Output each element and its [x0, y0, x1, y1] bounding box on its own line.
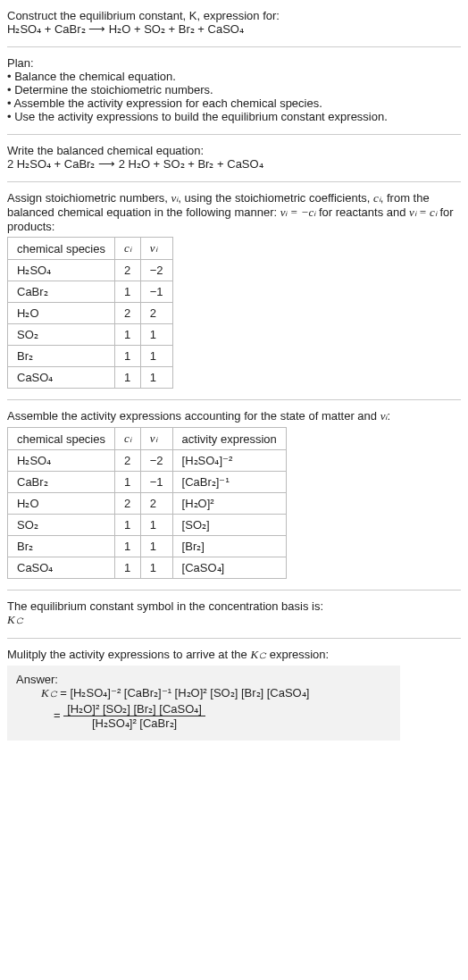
table-header-row: chemical species cᵢ νᵢ activity expressi… — [8, 428, 287, 450]
assign-block: Assign stoichiometric numbers, νᵢ, using… — [7, 188, 461, 398]
table-row: CaSO₄11 — [8, 367, 173, 389]
assemble-block: Assemble the activity expressions accoun… — [7, 406, 461, 588]
divider — [7, 590, 461, 591]
kc-symbol: K𝚌 — [41, 686, 57, 699]
cell: [SO₂] — [172, 515, 286, 536]
col-nu: νᵢ — [140, 428, 172, 450]
balanced-block: Write the balanced chemical equation: 2 … — [7, 140, 461, 180]
multiply-part: Mulitply the activity expressions to arr… — [7, 648, 250, 661]
cell: CaBr₂ — [8, 472, 115, 493]
equals: = — [54, 708, 63, 722]
cell: 1 — [140, 324, 172, 346]
cell: 1 — [140, 515, 172, 536]
answer-line2: = [H₂O]² [SO₂] [Br₂] [CaSO₄] [H₂SO₄]² [C… — [16, 702, 391, 730]
assemble-part: Assemble the activity expressions accoun… — [7, 409, 380, 423]
cell: 2 — [115, 260, 141, 281]
cell: [CaBr₂]⁻¹ — [172, 472, 286, 493]
plan-item: • Determine the stoichiometric numbers. — [7, 83, 461, 96]
table-header-row: chemical species cᵢ νᵢ — [8, 238, 173, 260]
intro-line: Construct the equilibrium constant, K, e… — [7, 9, 461, 22]
divider — [7, 134, 461, 135]
cell: 1 — [115, 367, 141, 389]
cell: 1 — [115, 324, 141, 346]
cell: [H₂O]² — [172, 493, 286, 515]
cell: 1 — [115, 515, 141, 536]
assemble-part: : — [387, 409, 390, 423]
table-row: CaBr₂1−1[CaBr₂]⁻¹ — [8, 472, 287, 493]
kc-symbol: K𝚌 — [250, 648, 266, 661]
cell: SO₂ — [8, 324, 115, 346]
cell: 1 — [140, 346, 172, 367]
balanced-title: Write the balanced chemical equation: — [7, 144, 461, 157]
table-row: H₂O22 — [8, 303, 173, 324]
answer-box: Answer: K𝚌 = [H₂SO₄]⁻² [CaBr₂]⁻¹ [H₂O]² … — [7, 666, 400, 741]
cell: 1 — [140, 557, 172, 579]
multiply-block: Mulitply the activity expressions to arr… — [7, 644, 461, 750]
answer-line1: K𝚌 = [H₂SO₄]⁻² [CaBr₂]⁻¹ [H₂O]² [SO₂] [B… — [16, 686, 391, 700]
cell: 1 — [140, 367, 172, 389]
assemble-text: Assemble the activity expressions accoun… — [7, 409, 461, 423]
divider — [7, 181, 461, 182]
cell: H₂O — [8, 303, 115, 324]
table-row: SO₂11[SO₂] — [8, 515, 287, 536]
fraction: [H₂O]² [SO₂] [Br₂] [CaSO₄] [H₂SO₄]² [CaB… — [63, 702, 205, 730]
col-ci: cᵢ — [115, 238, 141, 260]
cell: SO₂ — [8, 515, 115, 536]
multiply-part: expression: — [266, 648, 329, 661]
assign-part: , using the stoichiometric coefficients, — [178, 191, 373, 205]
plan-item: • Use the activity expressions to build … — [7, 110, 461, 123]
cell: −1 — [140, 281, 172, 303]
table-row: Br₂11[Br₂] — [8, 536, 287, 557]
col-species: chemical species — [8, 428, 115, 450]
cell: 1 — [115, 536, 141, 557]
table-row: SO₂11 — [8, 324, 173, 346]
col-nu: νᵢ — [140, 238, 172, 260]
stoich-table: chemical species cᵢ νᵢ H₂SO₄2−2 CaBr₂1−1… — [7, 237, 173, 389]
table-row: H₂SO₄2−2 — [8, 260, 173, 281]
divider — [7, 638, 461, 639]
fraction-denominator: [H₂SO₄]² [CaBr₂] — [63, 716, 205, 730]
cell: 1 — [115, 346, 141, 367]
kc-symbol: K𝚌 — [7, 613, 461, 627]
cell: [CaSO₄] — [172, 557, 286, 579]
intro-equation: H₂SO₄ + CaBr₂ ⟶ H₂O + SO₂ + Br₂ + CaSO₄ — [7, 22, 461, 36]
assign-part: Assign stoichiometric numbers, — [7, 191, 171, 205]
table-row: CaSO₄11[CaSO₄] — [8, 557, 287, 579]
rule-symbol: νᵢ = −cᵢ — [280, 205, 316, 219]
answer-expression: = [H₂SO₄]⁻² [CaBr₂]⁻¹ [H₂O]² [SO₂] [Br₂]… — [57, 686, 310, 699]
cell: −2 — [140, 260, 172, 281]
symbol-block: The equilibrium constant symbol in the c… — [7, 596, 461, 636]
cell: 1 — [140, 536, 172, 557]
cell: H₂SO₄ — [8, 260, 115, 281]
cell: H₂SO₄ — [8, 450, 115, 472]
table-row: H₂SO₄2−2[H₂SO₄]⁻² — [8, 450, 287, 472]
divider — [7, 399, 461, 400]
cell: 2 — [115, 303, 141, 324]
cell: 2 — [140, 303, 172, 324]
cell: 2 — [140, 493, 172, 515]
balanced-equation: 2 H₂SO₄ + CaBr₂ ⟶ 2 H₂O + SO₂ + Br₂ + Ca… — [7, 157, 461, 171]
cell: 2 — [115, 493, 141, 515]
col-activity: activity expression — [172, 428, 286, 450]
assign-text: Assign stoichiometric numbers, νᵢ, using… — [7, 191, 461, 233]
plan-title: Plan: — [7, 56, 461, 70]
cell: [Br₂] — [172, 536, 286, 557]
ci-symbol: cᵢ — [373, 191, 380, 205]
cell: CaBr₂ — [8, 281, 115, 303]
cell: CaSO₄ — [8, 557, 115, 579]
plan-item: • Balance the chemical equation. — [7, 70, 461, 83]
answer-label: Answer: — [16, 673, 391, 686]
cell: −1 — [140, 472, 172, 493]
cell: CaSO₄ — [8, 367, 115, 389]
cell: 1 — [115, 472, 141, 493]
intro-block: Construct the equilibrium constant, K, e… — [7, 5, 461, 45]
rule-symbol: νᵢ = cᵢ — [409, 205, 437, 219]
cell: H₂O — [8, 493, 115, 515]
cell: [H₂SO₄]⁻² — [172, 450, 286, 472]
cell: 1 — [115, 557, 141, 579]
cell: 2 — [115, 450, 141, 472]
activity-table: chemical species cᵢ νᵢ activity expressi… — [7, 427, 287, 579]
fraction-numerator: [H₂O]² [SO₂] [Br₂] [CaSO₄] — [63, 702, 205, 716]
plan-item: • Assemble the activity expression for e… — [7, 96, 461, 110]
cell: 1 — [115, 281, 141, 303]
